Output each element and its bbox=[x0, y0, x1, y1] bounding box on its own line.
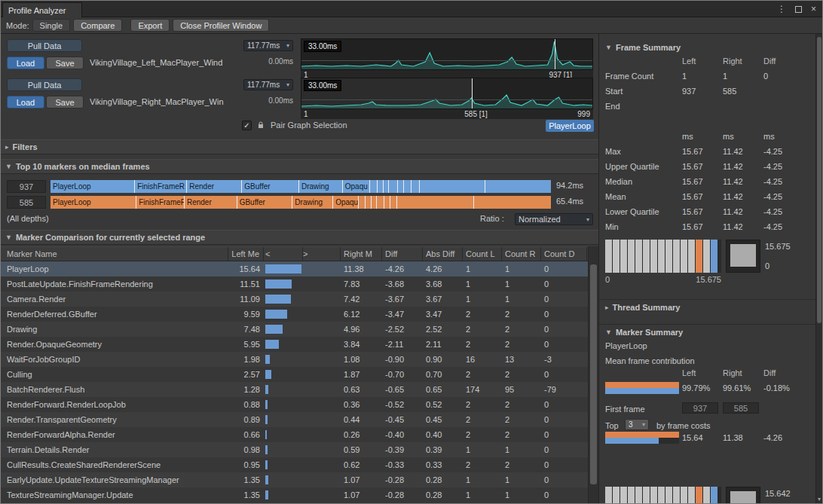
close-profiler-button[interactable]: Close Profiler Window bbox=[173, 19, 269, 32]
marker-segment[interactable] bbox=[474, 196, 551, 209]
mode-single-button[interactable]: Single bbox=[32, 19, 71, 32]
thread-summary-header[interactable]: ▸ Thread Summary bbox=[599, 299, 815, 314]
table-row[interactable]: Culling2.571.87-0.700.70220 bbox=[1, 367, 588, 382]
table-scrollbar[interactable] bbox=[588, 246, 598, 503]
table-row[interactable]: TextureStreamingManager.Update1.351.07-0… bbox=[1, 487, 588, 502]
table-row[interactable]: RenderDeferred.GBuffer9.596.12-3.473.472… bbox=[1, 307, 588, 322]
marker-segment[interactable]: Render bbox=[185, 196, 237, 209]
comparison-section-header[interactable]: ▼ Marker Comparison for currently select… bbox=[1, 230, 598, 245]
table-row[interactable]: PostLateUpdate.FinishFrameRendering11.51… bbox=[1, 276, 588, 292]
marker-segment[interactable]: PlayerLoop bbox=[50, 180, 135, 193]
right-bar-cell bbox=[303, 261, 341, 276]
marker-summary-header[interactable]: ▼ Marker Summary bbox=[599, 324, 815, 339]
marker-segment[interactable]: PlayerLoop bbox=[50, 196, 136, 209]
marker-segment[interactable] bbox=[398, 180, 405, 193]
left-bar bbox=[605, 432, 679, 438]
column-header-diff[interactable]: Diff bbox=[382, 247, 423, 261]
marker-segment[interactable]: Opaqu bbox=[333, 196, 359, 209]
first-frame-right-button[interactable]: 585 bbox=[723, 402, 759, 414]
table-row[interactable]: Terrain.Details.Render0.980.59-0.390.391… bbox=[1, 442, 588, 457]
table-row[interactable]: Drawing7.484.96-2.522.52220 bbox=[1, 322, 588, 337]
mode-compare-button[interactable]: Compare bbox=[73, 19, 122, 32]
marker-segment[interactable] bbox=[485, 180, 551, 193]
marker-segment[interactable] bbox=[404, 180, 412, 193]
marker-segment[interactable] bbox=[359, 196, 366, 209]
y-axis-max-dropdown[interactable]: 117.77ms ▾ bbox=[243, 40, 293, 51]
frame-time-graph-right[interactable]: 33.00ms bbox=[301, 78, 593, 109]
table-row[interactable]: CullResults.CreateSharedRendererScene0.9… bbox=[1, 457, 588, 472]
table-row[interactable]: PlayerLoop15.6411.38-4.264.26110 bbox=[1, 261, 588, 276]
kebab-menu-icon[interactable]: ⋮ bbox=[777, 4, 786, 14]
marker-segment[interactable]: Render bbox=[187, 180, 242, 193]
table-row[interactable]: WaitForJobGroupID1.981.08-0.900.901613-3 bbox=[1, 352, 588, 367]
window-tab[interactable]: Profile Analyzer bbox=[2, 2, 82, 17]
y-axis-max-dropdown[interactable]: 117.77ms ▾ bbox=[243, 79, 293, 90]
column-header-marker-name[interactable]: Marker Name bbox=[1, 247, 228, 261]
export-button[interactable]: Export bbox=[130, 19, 170, 32]
pair-sel ection-checkbox[interactable]: ✓ bbox=[242, 121, 252, 130]
table-row[interactable]: Render.OpaqueGeometry5.953.84-2.112.1122… bbox=[1, 337, 588, 352]
scrollbar-thumb[interactable] bbox=[817, 37, 821, 323]
marker-segment[interactable] bbox=[412, 180, 420, 193]
marker-segment[interactable] bbox=[420, 180, 485, 193]
marker-summary-boxplot bbox=[726, 487, 760, 503]
top-n-dropdown[interactable]: 3 ▾ bbox=[625, 419, 649, 430]
marker-segment[interactable]: FinishFrameR bbox=[135, 180, 187, 193]
table-row[interactable]: RenderForward.RenderLoopJob0.880.36-0.52… bbox=[1, 397, 588, 412]
right-scrollbar[interactable]: ▾ bbox=[815, 34, 822, 503]
marker-segment[interactable]: Drawing bbox=[299, 180, 343, 193]
marker-segment[interactable]: GBuffer bbox=[237, 196, 293, 209]
load-button[interactable]: Load bbox=[7, 57, 44, 69]
marker-segment[interactable] bbox=[384, 196, 390, 209]
marker-segment[interactable] bbox=[390, 196, 397, 209]
frame-number-chip[interactable]: 937 bbox=[7, 180, 46, 193]
marker-segment[interactable]: FinishFrameR bbox=[136, 196, 185, 209]
marker-segment[interactable] bbox=[384, 180, 389, 193]
scroll-down-icon[interactable]: ▾ bbox=[816, 496, 822, 502]
filters-section-header[interactable]: ▸ Filters bbox=[1, 139, 598, 154]
top10-section-header[interactable]: ▼ Top 10 markers on median frames bbox=[1, 159, 598, 174]
table-row[interactable]: Render.TransparentGeometry0.890.44-0.450… bbox=[1, 412, 588, 427]
pull-data-button[interactable]: Pull Data bbox=[7, 78, 82, 91]
marker-segment[interactable] bbox=[370, 180, 378, 193]
marker-segment[interactable]: GBuffer bbox=[242, 180, 299, 193]
chevron-down-icon: ▾ bbox=[286, 81, 289, 88]
marker-segment[interactable] bbox=[377, 196, 384, 209]
marker-segment[interactable] bbox=[372, 196, 377, 209]
scrollbar-thumb[interactable] bbox=[590, 264, 597, 484]
table-row[interactable]: Camera.Render11.097.42-3.673.67110 bbox=[1, 292, 588, 307]
frame-number-chip[interactable]: 585 bbox=[7, 196, 46, 209]
column-header-right-bar[interactable]: > bbox=[303, 247, 341, 261]
histogram-bar bbox=[628, 240, 635, 273]
save-button[interactable]: Save bbox=[46, 96, 84, 108]
column-header-right[interactable]: Right M bbox=[341, 247, 382, 261]
column-header-abs-diff[interactable]: Abs Diff bbox=[423, 247, 463, 261]
column-header-left[interactable]: Left Me bbox=[228, 247, 264, 261]
table-row[interactable]: RenderForwardAlpha.Render0.660.26-0.400.… bbox=[1, 427, 588, 442]
marker-segment[interactable]: Drawing bbox=[292, 196, 333, 209]
column-header-count-diff[interactable]: Count D bbox=[541, 247, 587, 261]
marker-segment[interactable] bbox=[378, 180, 384, 193]
maximize-icon[interactable] bbox=[795, 6, 802, 13]
value-cell: -0.40 bbox=[382, 427, 423, 442]
first-frame-left-button[interactable]: 937 bbox=[682, 402, 718, 414]
marker-segment[interactable] bbox=[397, 196, 474, 209]
lock-icon[interactable] bbox=[257, 121, 265, 131]
marker-segment[interactable] bbox=[389, 180, 397, 193]
marker-segment[interactable] bbox=[366, 196, 372, 209]
column-header-count-left[interactable]: Count L bbox=[463, 247, 502, 261]
ratio-dropdown[interactable]: Normalized ▾ bbox=[515, 213, 593, 225]
histogram-bar bbox=[711, 487, 717, 503]
close-icon[interactable]: × bbox=[811, 4, 816, 14]
column-header-left-bar[interactable]: < bbox=[264, 247, 303, 261]
table-row[interactable]: EarlyUpdate.UpdateTextureStreamingManage… bbox=[1, 472, 588, 487]
frame-summary-header[interactable]: ▼ Frame Summary bbox=[599, 40, 815, 55]
marker-segment[interactable]: Opaqu bbox=[343, 180, 370, 193]
pull-data-button[interactable]: Pull Data bbox=[7, 39, 82, 52]
table-row[interactable]: BatchRenderer.Flush1.280.63-0.650.651749… bbox=[1, 382, 588, 397]
column-header-count-right[interactable]: Count R bbox=[502, 247, 541, 261]
save-button[interactable]: Save bbox=[46, 57, 84, 69]
frame-time-graph-left[interactable]: 33.00ms bbox=[301, 38, 593, 70]
load-button[interactable]: Load bbox=[7, 96, 44, 108]
selected-marker-chip[interactable]: PlayerLoop bbox=[546, 120, 594, 132]
